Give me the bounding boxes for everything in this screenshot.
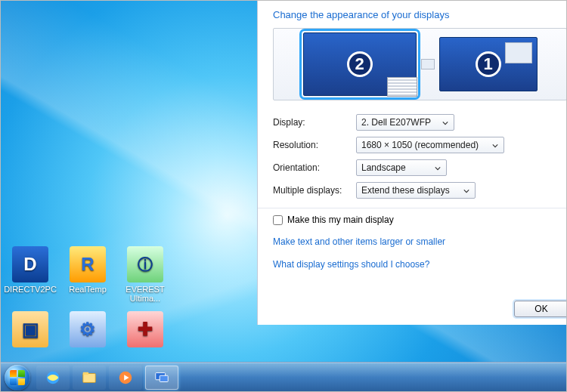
label-display: Display: bbox=[273, 117, 356, 128]
desktop-icon-label: RealTemp bbox=[60, 285, 115, 294]
orientation-select[interactable]: Landscape bbox=[356, 159, 447, 176]
row-resolution: Resolution: 1680 × 1050 (recommended) bbox=[258, 134, 567, 156]
desktop-icon-realtemp[interactable]: R RealTemp bbox=[60, 246, 115, 294]
monitor-join-icon bbox=[421, 59, 435, 69]
multiple-displays-select-value: Extend these displays bbox=[361, 185, 450, 196]
taskbar-item-display-settings[interactable] bbox=[145, 366, 178, 390]
app-icon: ✚ bbox=[127, 311, 163, 347]
ok-button[interactable]: OK bbox=[514, 301, 567, 317]
row-multiple-displays: Multiple displays: Extend these displays bbox=[258, 179, 567, 202]
resolution-select[interactable]: 1680 × 1050 (recommended) bbox=[356, 137, 504, 153]
monitor-2[interactable]: 2 bbox=[303, 32, 417, 96]
display-settings-window: Change the appearance of your displays 2… bbox=[257, 0, 567, 325]
internet-explorer-icon bbox=[45, 369, 61, 386]
app-icon: R bbox=[70, 246, 106, 282]
display-settings-icon bbox=[153, 369, 170, 386]
orientation-select-value: Landscape bbox=[361, 162, 406, 173]
link-help[interactable]: What display settings should I choose? bbox=[273, 259, 429, 270]
chevron-down-icon bbox=[432, 163, 443, 174]
main-display-checkbox[interactable] bbox=[273, 215, 283, 225]
display-arrangement-preview[interactable]: 2 1 bbox=[273, 28, 567, 100]
row-orientation: Orientation: Landscape bbox=[258, 156, 567, 179]
file-explorer-icon bbox=[81, 369, 98, 386]
label-orientation: Orientation: bbox=[273, 162, 356, 173]
link-text-size[interactable]: Make text and other items larger or smal… bbox=[273, 236, 445, 247]
label-multiple-displays: Multiple displays: bbox=[273, 185, 356, 196]
app-icon: ⚙ bbox=[70, 311, 106, 347]
multiple-displays-select[interactable]: Extend these displays bbox=[356, 182, 476, 199]
row-display: Display: 2. Dell E207WFP bbox=[258, 111, 567, 134]
svg-rect-6 bbox=[160, 375, 168, 381]
desktop-icon-hwmonitor[interactable]: ⚙ bbox=[60, 311, 115, 350]
app-icon: D bbox=[12, 246, 48, 282]
taskbar-item-ie[interactable] bbox=[36, 366, 70, 390]
resolution-select-value: 1680 × 1050 (recommended) bbox=[361, 140, 479, 150]
start-button[interactable] bbox=[0, 363, 35, 393]
taskbar bbox=[0, 362, 567, 392]
main-display-label: Make this my main display bbox=[287, 215, 394, 225]
app-icon: ▣ bbox=[12, 311, 48, 347]
taskbar-item-explorer[interactable] bbox=[73, 366, 106, 390]
monitor-1[interactable]: 1 bbox=[439, 37, 538, 91]
page-title: Change the appearance of your displays bbox=[258, 0, 567, 28]
chevron-down-icon bbox=[490, 140, 500, 151]
desktop-icon-directv2pc[interactable]: D DIRECTV2PC bbox=[3, 246, 57, 294]
app-icon: ⓘ bbox=[127, 246, 163, 282]
taskbar-item-wmp[interactable] bbox=[109, 366, 142, 390]
display-select[interactable]: 2. Dell E207WFP bbox=[356, 114, 454, 131]
desktop: D DIRECTV2PC R RealTemp ⓘ EVEREST Ultima… bbox=[0, 0, 567, 392]
chevron-down-icon bbox=[440, 118, 451, 128]
desktop-icon-label: DIRECTV2PC bbox=[3, 285, 57, 294]
row-main-display: Make this my main display bbox=[258, 208, 567, 230]
calculator-icon bbox=[505, 42, 532, 63]
monitor-number: 1 bbox=[476, 51, 501, 77]
svg-rect-2 bbox=[83, 372, 88, 375]
display-select-value: 2. Dell E207WFP bbox=[361, 117, 431, 128]
windows-logo-icon bbox=[5, 365, 30, 390]
desktop-icon-everest[interactable]: ⓘ EVEREST Ultima... bbox=[118, 246, 172, 303]
desktop-icon-occt[interactable]: ✚ bbox=[118, 311, 172, 350]
chevron-down-icon bbox=[461, 186, 472, 196]
media-player-icon bbox=[117, 369, 134, 386]
desktop-icon-vmware[interactable]: ▣ bbox=[3, 311, 57, 350]
desktop-icon-label: EVEREST Ultima... bbox=[118, 285, 172, 303]
button-bar: OK bbox=[514, 301, 567, 317]
monitor-number: 2 bbox=[347, 51, 373, 77]
label-resolution: Resolution: bbox=[273, 140, 356, 150]
keyboard-icon bbox=[387, 77, 417, 97]
